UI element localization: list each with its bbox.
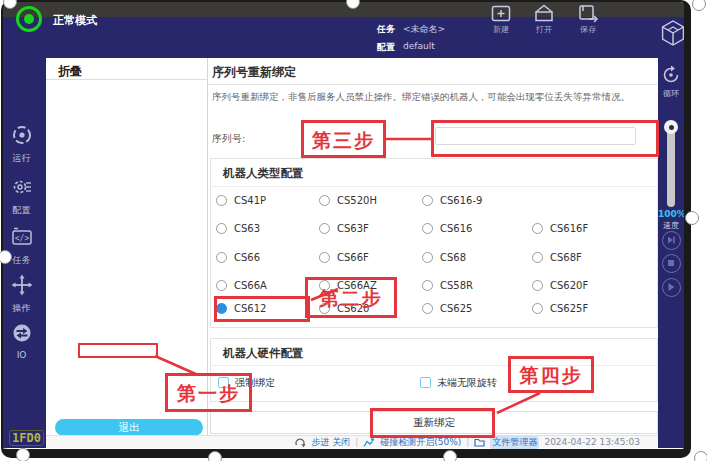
radio-circle [216,280,227,291]
page-description: 序列号重新绑定，非售后服务人员禁止操作。绑定错误的机器人，可能会出现零位丢失等异… [212,91,656,104]
sidebar-item-run[interactable]: 运行 [0,124,43,165]
radio-cs520h[interactable]: CS520H [319,193,377,207]
serial-input[interactable] [435,127,636,145]
hardware-card: 机器人硬件配置 [210,338,658,402]
step-mode-text[interactable]: 步进 关闭 [311,436,350,449]
radio-cs66a[interactable]: CS66A [216,278,267,292]
radio-cs66f[interactable]: CS66F [319,250,369,264]
mode-status-dot [24,14,34,24]
radio-label: CS58R [440,280,473,291]
radio-cs616f[interactable]: CS616F [532,221,588,235]
status-bar: 步进 关闭 | 碰撞检测开启(50%) | 文件管理器 2024-04-22 1… [46,435,658,448]
selection-handle[interactable] [443,450,457,461]
radio-cs625[interactable]: CS625 [422,301,472,315]
save-button-label: 保存 [566,24,610,35]
radio-label: CS63 [234,223,260,234]
config-label: 配置 [377,41,395,54]
radio-circle [216,195,227,206]
divider [208,84,658,85]
sidebar-item-operate[interactable]: 操作 [0,274,43,315]
radio-label: CS68F [550,252,582,263]
radio-cs612-selected[interactable]: CS612 [216,301,266,315]
radio-cs68[interactable]: CS68 [422,250,466,264]
step-forward-button[interactable] [662,231,681,250]
checkbox-square [420,377,431,388]
new-button[interactable]: 新建 [479,1,523,39]
radio-cs625f[interactable]: CS625F [532,301,588,315]
svg-text:</>: </> [14,234,29,243]
selection-handle[interactable] [16,448,30,461]
page-title: 序列号重新绑定 [212,64,296,81]
radio-circle [319,303,330,314]
open-button[interactable]: 打开 [522,1,566,39]
tree-panel [46,58,208,448]
serial-label: 序列号: [212,132,245,146]
task-label: 任务 [377,23,395,36]
checkbox-square [218,377,229,388]
collision-detect-text[interactable]: 碰撞检测开启(50%) [380,436,461,449]
task-value: <未命名> [403,23,445,36]
radio-cs66[interactable]: CS66 [216,250,260,264]
status-datetime: 2024-04-22 13:45:03 [544,437,640,447]
radio-label: CS66 [234,252,260,263]
exit-button[interactable]: 退出 [55,419,203,436]
selection-handle[interactable] [208,451,222,461]
play-icon [663,279,679,295]
radio-circle [422,303,433,314]
step-forward-icon [663,232,679,248]
selection-handle[interactable] [685,211,699,225]
stop-icon [663,255,679,271]
rebind-button[interactable]: 重新绑定 [210,411,658,434]
sidebar-item-label: IO [0,350,43,360]
radio-cs616-9[interactable]: CS616-9 [422,193,482,207]
radio-cs63[interactable]: CS63 [216,221,260,235]
play-button[interactable] [662,278,681,297]
hardware-section-title: 机器人硬件配置 [223,346,304,361]
tree-collapse-header[interactable]: 折叠 [58,63,82,80]
radio-cs63f[interactable]: CS63F [319,221,369,235]
sidebar-item-io[interactable]: IO [0,322,43,360]
force-bind-checkbox[interactable]: 强制绑定 [218,376,275,389]
radio-cs68f[interactable]: CS68F [532,250,582,264]
divider [211,365,657,366]
collision-detect-icon [363,437,375,448]
speed-label: 速度 [658,220,684,231]
sidebar-item-config[interactable]: 配置 [0,176,43,217]
radio-label: CS625F [550,303,588,314]
radio-circle [532,223,543,234]
speed-slider-knob[interactable] [664,120,678,134]
radio-circle [422,195,433,206]
radio-label: CS620 [337,303,369,314]
radio-circle [532,252,543,263]
radio-cs41p[interactable]: CS41P [216,193,266,207]
radio-cs620[interactable]: CS620 [319,301,369,315]
file-manager-link[interactable]: 文件管理器 [490,436,539,449]
save-button[interactable]: 保存 [566,1,610,39]
sidebar-item-label: 配置 [0,204,43,217]
radio-label: CS66A [234,280,267,291]
radio-circle [422,252,433,263]
separator: | [466,437,469,447]
gear-icon [11,176,33,198]
radio-circle [216,223,227,234]
step-mode-icon [295,437,306,448]
radio-circle [319,252,330,263]
speed-slider-track[interactable] [667,125,675,207]
status-code: 1FD0 [9,430,44,446]
radio-cs616[interactable]: CS616 [422,221,472,235]
checkbox-label: 强制绑定 [235,376,275,390]
radio-circle [319,280,330,291]
loop-icon[interactable] [661,65,681,85]
selection-handle[interactable] [692,0,706,11]
io-swap-icon [11,322,33,344]
radio-cs66az[interactable]: CS66AZ [319,278,377,292]
endless-rotation-checkbox[interactable]: 末端无限旋转 [420,376,497,389]
radio-label: CS66AZ [337,280,377,291]
code-icon: </> [11,226,33,248]
new-button-label: 新建 [479,24,523,35]
radio-cs620f[interactable]: CS620F [532,278,588,292]
config-value: default [403,41,435,51]
stop-button[interactable] [662,254,681,273]
radio-cs58r[interactable]: CS58R [422,278,473,292]
selection-handle[interactable] [694,451,707,461]
